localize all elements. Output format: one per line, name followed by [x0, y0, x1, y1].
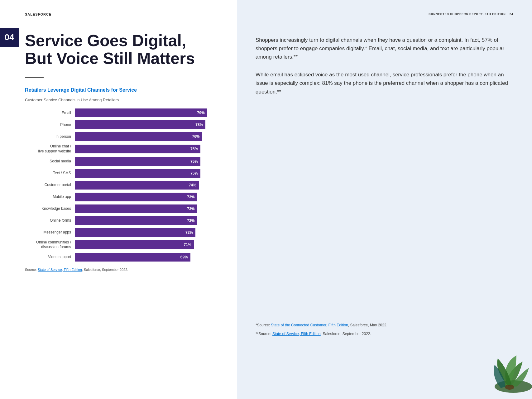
bar: 69%: [75, 253, 190, 262]
chart-row: Online forms73%: [25, 216, 218, 225]
bar-value-label: 74%: [189, 183, 196, 187]
chart-subtitle: Customer Service Channels in Use Among R…: [25, 98, 218, 102]
right-header: CONNECTED SHOPPERS REPORT, 5TH EDITION 2…: [256, 12, 513, 17]
bar-value-label: 79%: [197, 111, 205, 115]
bar: 76%: [75, 132, 202, 141]
chart-row: Customer portal74%: [25, 181, 218, 190]
bar-wrapper: 75%: [75, 169, 218, 178]
bar: 78%: [75, 120, 205, 129]
chart-row: Mobile app73%: [25, 193, 218, 201]
chart-label: Phone: [25, 123, 75, 127]
bar: 74%: [75, 181, 199, 190]
bar-value-label: 71%: [184, 243, 191, 247]
bar-value-label: 75%: [190, 147, 198, 151]
bar: 73%: [75, 216, 197, 225]
bar-value-label: 76%: [192, 134, 199, 139]
footnote1-link[interactable]: State of the Connected Customer, Fifth E…: [271, 323, 348, 327]
plant-decoration: [476, 343, 532, 399]
bar: 72%: [75, 228, 195, 237]
footnote2: **Source: State of Service, Fifth Editio…: [256, 331, 513, 337]
bar: 79%: [75, 108, 207, 117]
chapter-number: 04: [0, 28, 19, 47]
chart-container: Email79%Phone78%In person76%Online chat …: [25, 108, 218, 261]
chart-label: In person: [25, 134, 75, 139]
bar: 73%: [75, 204, 197, 213]
brand-header: SALESFORCE: [25, 12, 218, 16]
title-divider: [25, 77, 44, 78]
section-title: Retailers Leverage Digital Channels for …: [25, 87, 218, 93]
chart-row: Video support69%: [25, 253, 218, 262]
chart-row: Social media75%: [25, 157, 218, 166]
bar-wrapper: 79%: [75, 108, 218, 117]
chart-label: Text / SMS: [25, 171, 75, 176]
bar: 75%: [75, 145, 200, 153]
bar-wrapper: 73%: [75, 204, 218, 213]
chart-row: Email79%: [25, 108, 218, 117]
chart-row: Phone78%: [25, 120, 218, 129]
bar: 73%: [75, 193, 197, 201]
chart-row: Online chat /live support website75%: [25, 144, 218, 154]
chart-row: In person76%: [25, 132, 218, 141]
chart-label: Online chat /live support website: [25, 144, 75, 154]
bar-wrapper: 72%: [75, 228, 218, 237]
svg-point-1: [505, 385, 514, 390]
source-text: Source: State of Service, Fifth Edition,…: [25, 268, 218, 272]
chart-label: Online forms: [25, 218, 75, 223]
bar: 75%: [75, 157, 200, 166]
chart-label: Social media: [25, 159, 75, 164]
bar-value-label: 73%: [187, 195, 194, 199]
bar-wrapper: 75%: [75, 157, 218, 166]
chart-row: Messenger apps72%: [25, 228, 218, 237]
chart-label: Video support: [25, 255, 75, 260]
chart-label: Email: [25, 111, 75, 116]
bar-value-label: 73%: [187, 207, 194, 211]
right-panel: CONNECTED SHOPPERS REPORT, 5TH EDITION 2…: [237, 0, 532, 399]
chart-label: Customer portal: [25, 183, 75, 188]
footnote1: *Source: State of the Connected Customer…: [256, 322, 513, 328]
bar-value-label: 78%: [195, 123, 203, 127]
footnote2-link[interactable]: State of Service, Fifth Edition: [272, 332, 321, 336]
bar-wrapper: 73%: [75, 216, 218, 225]
chart-label: Online communities /discussion forums: [25, 240, 75, 250]
source-link[interactable]: State of Service, Fifth Edition: [38, 268, 82, 272]
bar-value-label: 69%: [180, 255, 188, 259]
left-panel: 04 SALESFORCE Service Goes Digital, But …: [0, 0, 237, 399]
bar-wrapper: 78%: [75, 120, 218, 129]
footnotes-section: *Source: State of the Connected Customer…: [256, 316, 513, 337]
bar-wrapper: 69%: [75, 253, 218, 262]
bar-value-label: 72%: [185, 230, 193, 235]
page-title: Service Goes Digital, But Voice Still Ma…: [25, 32, 218, 67]
bar-value-label: 75%: [190, 159, 198, 164]
bar-wrapper: 73%: [75, 193, 218, 201]
bar: 71%: [75, 240, 194, 249]
chart-row: Online communities /discussion forums71%: [25, 240, 218, 250]
bar-wrapper: 71%: [75, 240, 218, 249]
bar-wrapper: 76%: [75, 132, 218, 141]
bar-wrapper: 74%: [75, 181, 218, 190]
chart-label: Knowledge bases: [25, 206, 75, 211]
bar-value-label: 73%: [187, 219, 194, 223]
bar-wrapper: 75%: [75, 145, 218, 153]
chart-row: Text / SMS75%: [25, 169, 218, 178]
para2: While email has eclipsed voice as the mo…: [256, 70, 513, 96]
chart-label: Messenger apps: [25, 230, 75, 235]
chart-label: Mobile app: [25, 195, 75, 200]
chart-row: Knowledge bases73%: [25, 204, 218, 213]
bar-value-label: 75%: [190, 171, 198, 175]
para1: Shoppers increasingly turn to digital ch…: [256, 36, 513, 61]
bar: 75%: [75, 169, 200, 178]
